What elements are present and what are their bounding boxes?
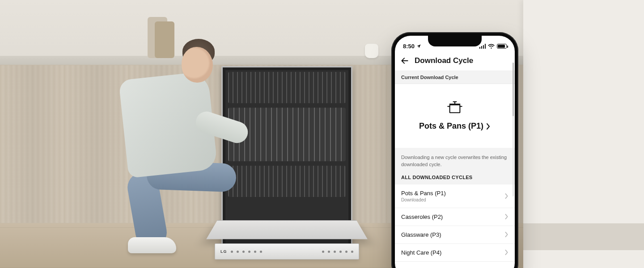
page-title: Download Cycle xyxy=(415,56,473,65)
current-cycle-card[interactable]: Pots & Pans (P1) xyxy=(395,84,515,148)
cycle-row-casseroles[interactable]: Casseroles (P2) xyxy=(395,208,515,226)
chevron-right-icon xyxy=(505,193,508,199)
svg-rect-0 xyxy=(450,105,460,113)
all-cycles-heading: ALL DOWNLOADED CYCLES xyxy=(395,173,515,184)
cup-decor xyxy=(365,44,378,58)
pot-icon xyxy=(445,99,464,115)
phone-screen: 8:50 Download Cycle Cur xyxy=(395,36,515,268)
cycle-row-pots-pans[interactable]: Pots & Pans (P1) Downloaded xyxy=(395,184,515,208)
back-arrow-icon[interactable] xyxy=(400,56,409,65)
chevron-right-icon xyxy=(505,232,508,237)
cycle-row-night-care[interactable]: Night Care (P4) xyxy=(395,244,515,262)
dishwasher: LG xyxy=(221,66,352,249)
cutting-boards xyxy=(148,13,179,58)
cycle-status: Downloaded xyxy=(401,197,446,202)
wifi-icon xyxy=(488,44,495,49)
overwrite-note: Downloading a new cycle overwrites the e… xyxy=(395,148,515,173)
kitchen-scene: LG xyxy=(0,0,644,268)
current-cycle-name: Pots & Pans (P1) xyxy=(419,121,483,131)
chevron-right-icon xyxy=(505,214,508,219)
app-header: Download Cycle xyxy=(395,53,515,71)
cycle-name: Glassware (P3) xyxy=(401,231,441,238)
dishwasher-control-panel: LG xyxy=(215,243,359,260)
cycle-name: Pots & Pans (P1) xyxy=(401,190,446,197)
cellular-signal-icon xyxy=(479,44,486,49)
cycle-name: Night Care (P4) xyxy=(401,249,441,256)
phone-notch xyxy=(428,36,482,46)
chevron-right-icon xyxy=(486,123,491,130)
battery-icon xyxy=(497,44,507,49)
cycle-list: Pots & Pans (P1) Downloaded Casseroles (… xyxy=(395,184,515,262)
person-loading-dishwasher xyxy=(115,78,236,257)
phone-frame: 8:50 Download Cycle Cur xyxy=(391,32,518,268)
current-cycle-heading: Current Download Cycle xyxy=(395,71,515,84)
chevron-right-icon xyxy=(505,250,508,255)
location-arrow-icon xyxy=(416,44,421,49)
status-time: 8:50 xyxy=(403,43,415,50)
cycle-row-glassware[interactable]: Glassware (P3) xyxy=(395,226,515,244)
cycle-name: Casseroles (P2) xyxy=(401,214,443,220)
scroll-indicator xyxy=(513,63,514,197)
